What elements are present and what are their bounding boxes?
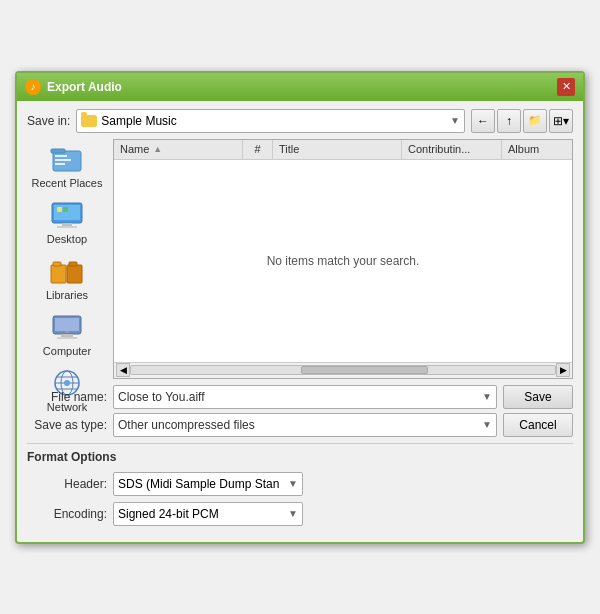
recent-places-icon [49,143,85,175]
column-header-contributing[interactable]: Contributin... [402,140,502,159]
save-in-value: Sample Music [101,114,176,128]
save-in-select-inner: Sample Music [81,114,176,128]
libraries-icon [49,255,85,287]
close-button[interactable]: ✕ [557,78,575,96]
format-options-title: Format Options [27,450,573,464]
empty-message: No items match your search. [267,254,420,268]
header-row: Header: SDS (Midi Sample Dump Stan ▼ [27,472,573,496]
name-sort-arrow: ▲ [153,144,162,154]
view-button[interactable]: ⊞▾ [549,109,573,133]
column-header-title[interactable]: Title [273,140,402,159]
header-label: Header: [27,477,107,491]
view-icon: ⊞▾ [553,114,569,128]
save-as-type-label: Save as type: [27,418,107,432]
save-in-dropdown-arrow: ▼ [450,115,460,126]
encoding-dropdown[interactable]: Signed 24-bit PCM ▼ [113,502,303,526]
svg-rect-13 [67,265,82,283]
file-name-row: File name: Close to You.aiff ▼ Save [27,385,573,409]
encoding-label: Encoding: [27,507,107,521]
horizontal-scrollbar[interactable]: ◀ ▶ [114,362,572,378]
column-header-number[interactable]: # [243,140,273,159]
file-list-header: Name ▲ # Title Contributin... Album [114,140,572,160]
svg-rect-10 [63,207,68,212]
file-name-input[interactable]: Close to You.aiff ▼ [113,385,497,409]
svg-rect-17 [61,334,73,337]
column-header-name[interactable]: Name ▲ [114,140,243,159]
header-dropdown-arrow: ▼ [288,478,298,489]
app-icon: ♪ [25,79,41,95]
export-audio-dialog: ♪ Export Audio ✕ Save in: Sample Music ▼… [15,71,585,544]
desktop-icon [49,199,85,231]
up-button[interactable]: ↑ [497,109,521,133]
file-list-body: No items match your search. [114,160,572,362]
header-dropdown[interactable]: SDS (Midi Sample Dump Stan ▼ [113,472,303,496]
encoding-value: Signed 24-bit PCM [118,507,219,521]
back-button[interactable]: ← [471,109,495,133]
scrollbar-thumb[interactable] [301,366,428,374]
new-folder-icon: 📁 [528,114,542,127]
file-name-dropdown-arrow: ▼ [482,391,492,402]
sidebar-item-recent-places-label: Recent Places [32,177,103,189]
sidebar-item-libraries-label: Libraries [46,289,88,301]
svg-rect-4 [55,163,65,165]
svg-point-19 [65,331,69,333]
save-in-select[interactable]: Sample Music ▼ [76,109,465,133]
svg-rect-14 [69,262,77,266]
svg-rect-3 [55,159,71,161]
save-in-label: Save in: [27,114,70,128]
svg-rect-16 [55,318,79,331]
sidebar-item-computer[interactable]: Computer [27,307,107,361]
encoding-dropdown-arrow: ▼ [288,508,298,519]
scroll-right-button[interactable]: ▶ [556,363,570,377]
toolbar-buttons: ← ↑ 📁 ⊞▾ [471,109,573,133]
bottom-section: File name: Close to You.aiff ▼ Save Save… [27,385,573,437]
dialog-title: Export Audio [47,80,122,94]
header-value: SDS (Midi Sample Dump Stan [118,477,279,491]
sidebar-item-recent-places[interactable]: Recent Places [27,139,107,193]
sidebar-item-libraries[interactable]: Libraries [27,251,107,305]
back-icon: ← [477,114,489,128]
save-in-row: Save in: Sample Music ▼ ← ↑ 📁 [27,109,573,133]
column-header-album[interactable]: Album [502,140,572,159]
svg-rect-9 [57,207,62,212]
up-icon: ↑ [506,114,512,128]
svg-rect-18 [57,337,77,339]
encoding-row: Encoding: Signed 24-bit PCM ▼ [27,502,573,526]
file-list-container: Name ▲ # Title Contributin... Album [113,139,573,379]
new-folder-button[interactable]: 📁 [523,109,547,133]
svg-rect-12 [53,262,61,266]
sidebar: Recent Places Desktop [27,139,107,379]
dialog-body: Save in: Sample Music ▼ ← ↑ 📁 [17,101,583,542]
file-name-label: File name: [27,390,107,404]
format-options-section: Format Options Header: SDS (Midi Sample … [27,443,573,532]
svg-rect-1 [51,149,65,153]
save-as-type-input[interactable]: Other uncompressed files ▼ [113,413,497,437]
scrollbar-track[interactable] [130,365,556,375]
save-as-type-value: Other uncompressed files [118,418,255,432]
svg-rect-7 [62,223,72,226]
folder-icon [81,115,97,127]
computer-icon [49,311,85,343]
file-name-value: Close to You.aiff [118,390,205,404]
save-as-type-dropdown-arrow: ▼ [482,419,492,430]
svg-rect-2 [55,155,67,157]
sidebar-item-computer-label: Computer [43,345,91,357]
svg-rect-8 [57,226,77,228]
save-button[interactable]: Save [503,385,573,409]
scroll-left-button[interactable]: ◀ [116,363,130,377]
save-as-type-row: Save as type: Other uncompressed files ▼… [27,413,573,437]
sidebar-item-desktop[interactable]: Desktop [27,195,107,249]
title-bar: ♪ Export Audio ✕ [17,73,583,101]
main-content: Recent Places Desktop [27,139,573,379]
cancel-button[interactable]: Cancel [503,413,573,437]
sidebar-item-desktop-label: Desktop [47,233,87,245]
svg-rect-11 [51,265,66,283]
title-bar-left: ♪ Export Audio [25,79,122,95]
